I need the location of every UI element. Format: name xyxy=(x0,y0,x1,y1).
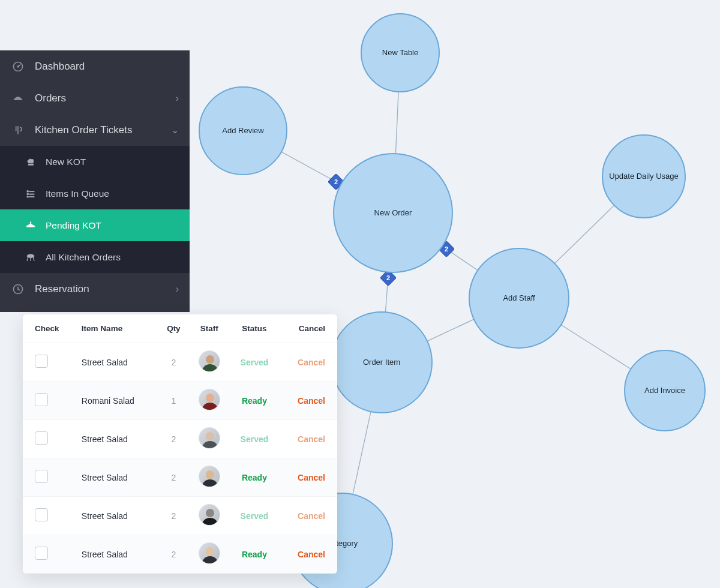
sidebar-sub-new-kot[interactable]: New KOT xyxy=(0,146,190,178)
reservation-icon xyxy=(11,283,25,295)
svg-rect-7 xyxy=(27,196,28,197)
cell-status: Ready xyxy=(230,458,279,497)
cell-item-name: Street Salad xyxy=(77,343,158,382)
graph-node-add-staff[interactable]: Add Staff xyxy=(469,248,569,349)
sidebar-sub-items-in-queue[interactable]: Items In Queue xyxy=(0,178,190,209)
sidebar-submenu-kot: New KOT Items In Queue Pending KOT All K… xyxy=(0,146,190,273)
list-icon xyxy=(25,188,36,200)
sidebar-item-label: Dashboard xyxy=(35,61,179,73)
cancel-button[interactable]: Cancel xyxy=(279,343,337,382)
graph-node-daily-usage[interactable]: Update Daily Usage xyxy=(602,134,686,218)
sidebar-sub-pending-kot[interactable]: Pending KOT xyxy=(0,209,190,241)
cell-item-name: Street Salad xyxy=(77,497,158,535)
cell-status: Served xyxy=(230,420,279,458)
sidebar-sub-all-kitchen-orders[interactable]: All Kitchen Orders xyxy=(0,241,190,273)
sidebar-item-label: Reservation xyxy=(35,283,166,295)
row-checkbox[interactable] xyxy=(35,470,48,483)
graph-node-add-review[interactable]: Add Review xyxy=(199,86,287,175)
cell-qty: 2 xyxy=(158,420,189,458)
svg-point-11 xyxy=(27,254,34,257)
cell-qty: 2 xyxy=(158,535,189,574)
sidebar-item-label: New KOT xyxy=(46,157,179,167)
cancel-button[interactable]: Cancel xyxy=(279,535,337,574)
cell-status: Ready xyxy=(230,535,279,574)
sidebar: Dashboard Orders › Kitchen Order Tickets… xyxy=(0,50,190,312)
row-checkbox[interactable] xyxy=(35,431,48,445)
svg-rect-5 xyxy=(27,193,28,194)
col-header-cancel: Cancel xyxy=(279,314,337,343)
avatar[interactable] xyxy=(199,389,220,410)
svg-rect-2 xyxy=(14,98,22,100)
cell-qty: 1 xyxy=(158,382,189,420)
cancel-button[interactable]: Cancel xyxy=(279,420,337,458)
sidebar-item-kot[interactable]: Kitchen Order Tickets ⌄ xyxy=(0,114,190,146)
cell-item-name: Street Salad xyxy=(77,420,158,458)
col-header-status: Status xyxy=(230,314,279,343)
col-header-qty: Qty xyxy=(158,314,189,343)
pending-icon xyxy=(25,220,36,232)
table-row: Street Salad2ServedCancel xyxy=(23,420,337,458)
cell-status: Served xyxy=(230,497,279,535)
graph-node-label: Add Invoice xyxy=(644,386,685,395)
sidebar-item-dashboard[interactable]: Dashboard xyxy=(0,50,190,82)
cell-item-name: Street Salad xyxy=(77,535,158,574)
sidebar-item-orders[interactable]: Orders › xyxy=(0,82,190,114)
row-checkbox[interactable] xyxy=(35,547,48,560)
sidebar-item-label: Pending KOT xyxy=(46,220,179,231)
sidebar-item-label: Kitchen Order Tickets xyxy=(35,124,161,136)
table-row: Street Salad2ReadyCancel xyxy=(23,535,337,574)
graph-node-add-invoice[interactable]: Add Invoice xyxy=(624,350,706,431)
cell-qty: 2 xyxy=(158,458,189,497)
svg-rect-4 xyxy=(29,191,34,191)
graph-node-label: Order Item xyxy=(363,358,400,367)
graph-node-new-table[interactable]: New Table xyxy=(361,13,440,92)
avatar[interactable] xyxy=(199,350,220,372)
cell-item-name: Romani Salad xyxy=(77,382,158,420)
graph-node-label: Update Daily Usage xyxy=(609,172,679,181)
cell-item-name: Street Salad xyxy=(77,458,158,497)
orders-icon xyxy=(11,92,25,104)
cancel-button[interactable]: Cancel xyxy=(279,497,337,535)
chevron-down-icon: ⌄ xyxy=(171,124,179,136)
sidebar-item-label: Items In Queue xyxy=(46,188,179,199)
col-header-item: Item Name xyxy=(77,314,158,343)
table-row: Romani Salad1ReadyCancel xyxy=(23,382,337,420)
cancel-button[interactable]: Cancel xyxy=(279,382,337,420)
chevron-right-icon: › xyxy=(176,93,179,104)
grill-icon xyxy=(25,251,36,263)
cell-qty: 2 xyxy=(158,343,189,382)
dashboard-icon xyxy=(11,61,25,73)
graph-node-label: Add Review xyxy=(222,126,263,136)
cancel-button[interactable]: Cancel xyxy=(279,458,337,497)
table-row: Street Salad2ServedCancel xyxy=(23,497,337,535)
graph-node-label: Add Staff xyxy=(503,293,535,303)
sidebar-item-reservation[interactable]: Reservation › xyxy=(0,273,190,305)
graph-node-order-item[interactable]: Order Item xyxy=(331,311,433,413)
svg-rect-6 xyxy=(29,194,34,194)
avatar[interactable] xyxy=(199,427,220,449)
pending-kot-table: Check Item Name Qty Staff Status Cancel … xyxy=(23,314,337,574)
table-header-row: Check Item Name Qty Staff Status Cancel xyxy=(23,314,337,343)
svg-point-1 xyxy=(17,65,19,67)
svg-rect-10 xyxy=(30,222,31,223)
graph-node-new-order[interactable]: New Order xyxy=(333,153,453,273)
cell-qty: 2 xyxy=(158,497,189,535)
table-row: Street Salad2ReadyCancel xyxy=(23,458,337,497)
table-row: Street Salad2ServedCancel xyxy=(23,343,337,382)
graph-node-label: New Order xyxy=(374,208,412,218)
graph-node-label: New Table xyxy=(382,48,418,58)
row-checkbox[interactable] xyxy=(35,393,48,406)
sidebar-item-label: Orders xyxy=(35,92,166,104)
avatar[interactable] xyxy=(199,466,220,487)
col-header-check: Check xyxy=(23,314,77,343)
avatar[interactable] xyxy=(199,542,220,564)
avatar[interactable] xyxy=(199,504,220,526)
svg-rect-9 xyxy=(26,226,35,227)
row-checkbox[interactable] xyxy=(35,355,48,368)
chef-hat-icon xyxy=(25,156,36,168)
col-header-staff: Staff xyxy=(189,314,230,343)
svg-rect-3 xyxy=(27,190,28,191)
cell-status: Served xyxy=(230,343,279,382)
row-checkbox[interactable] xyxy=(35,508,48,521)
cell-status: Ready xyxy=(230,382,279,420)
